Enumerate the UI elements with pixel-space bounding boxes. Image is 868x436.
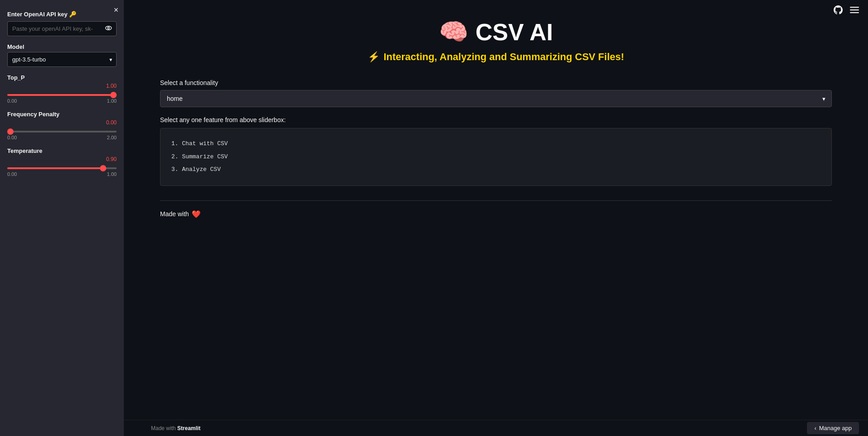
made-with-text: Made with bbox=[160, 210, 189, 218]
app-title: CSV AI bbox=[476, 19, 553, 46]
temperature-max: 1.00 bbox=[107, 171, 117, 177]
temperature-label: Temperature bbox=[7, 147, 117, 154]
model-label: Model bbox=[7, 43, 117, 50]
manage-app-chevron: ‹ bbox=[814, 425, 816, 431]
heart-emoji: ❤️ bbox=[192, 210, 201, 218]
temperature-section: Temperature 0.90 0.00 1.00 bbox=[7, 147, 117, 177]
temperature-min: 0.00 bbox=[7, 171, 17, 177]
svg-rect-1 bbox=[850, 9, 859, 10]
page-footer: Made with Streamlit ‹ Manage app bbox=[124, 420, 868, 436]
functionality-select[interactable]: home Chat with CSV Summarize CSV Analyze… bbox=[160, 90, 832, 107]
main-content: 🧠 CSV AI ⚡ Interacting, Analyzing and Su… bbox=[124, 0, 868, 436]
model-select-wrapper: gpt-3.5-turbo gpt-4 gpt-4-turbo ▾ bbox=[7, 52, 117, 67]
brain-emoji: 🧠 bbox=[439, 18, 468, 46]
svg-point-3 bbox=[105, 26, 111, 30]
freq-penalty-min: 0.00 bbox=[7, 135, 17, 140]
lightning-emoji: ⚡ bbox=[368, 51, 380, 63]
top-p-label: Top_P bbox=[7, 74, 117, 81]
features-box: 1. Chat with CSV 2. Summarize CSV 3. Ana… bbox=[160, 128, 832, 186]
select-functionality-label: Select a functionality bbox=[160, 79, 832, 86]
top-p-section: Top_P 1.00 0.00 1.00 bbox=[7, 74, 117, 104]
api-key-input[interactable] bbox=[7, 21, 117, 36]
instructions-label: Select any one feature from above slider… bbox=[160, 116, 832, 123]
functionality-select-wrapper: home Chat with CSV Summarize CSV Analyze… bbox=[160, 90, 832, 107]
sidebar: × Enter OpenAI API key 🔑 Model gpt-3.5-t… bbox=[0, 0, 124, 436]
freq-penalty-value: 0.00 bbox=[7, 119, 117, 126]
top-p-min: 0.00 bbox=[7, 98, 17, 104]
top-p-slider[interactable] bbox=[7, 94, 117, 96]
svg-rect-0 bbox=[850, 7, 859, 8]
menu-icon[interactable] bbox=[850, 5, 859, 17]
model-select[interactable]: gpt-3.5-turbo gpt-4 gpt-4-turbo bbox=[7, 52, 117, 67]
api-key-input-wrapper bbox=[7, 21, 117, 36]
manage-app-label: Manage app bbox=[819, 425, 852, 431]
made-with-section: Made with ❤️ bbox=[160, 210, 832, 218]
footer-made-with: Made with Streamlit bbox=[151, 425, 200, 431]
app-title-row: 🧠 CSV AI bbox=[160, 18, 832, 46]
feature-item-3: 3. Analyze CSV bbox=[171, 163, 821, 176]
top-bar bbox=[825, 0, 868, 22]
freq-penalty-label: Frequency Penalty bbox=[7, 111, 117, 118]
sidebar-close-button[interactable]: × bbox=[113, 5, 118, 15]
svg-rect-2 bbox=[850, 12, 859, 13]
freq-penalty-slider[interactable] bbox=[7, 131, 117, 133]
temperature-value: 0.90 bbox=[7, 156, 117, 162]
top-p-value: 1.00 bbox=[7, 83, 117, 89]
divider bbox=[160, 200, 832, 201]
svg-point-4 bbox=[108, 27, 109, 29]
top-p-max: 1.00 bbox=[107, 98, 117, 104]
freq-penalty-section: Frequency Penalty 0.00 0.00 2.00 bbox=[7, 111, 117, 140]
temperature-slider[interactable] bbox=[7, 167, 117, 169]
subtitle-row: ⚡ Interacting, Analyzing and Summarizing… bbox=[160, 51, 832, 63]
api-key-label: Enter OpenAI API key 🔑 bbox=[7, 11, 117, 18]
feature-item-1: 1. Chat with CSV bbox=[171, 137, 821, 151]
footer-made-with-text: Made with bbox=[151, 425, 176, 431]
freq-penalty-max: 2.00 bbox=[107, 135, 117, 140]
footer-streamlit-link[interactable]: Streamlit bbox=[177, 425, 200, 431]
subtitle-text: Interacting, Analyzing and Summarizing C… bbox=[383, 51, 624, 63]
show-password-icon[interactable] bbox=[105, 24, 112, 33]
feature-item-2: 2. Summarize CSV bbox=[171, 151, 821, 164]
github-icon[interactable] bbox=[834, 5, 843, 17]
manage-app-button[interactable]: ‹ Manage app bbox=[807, 422, 859, 434]
